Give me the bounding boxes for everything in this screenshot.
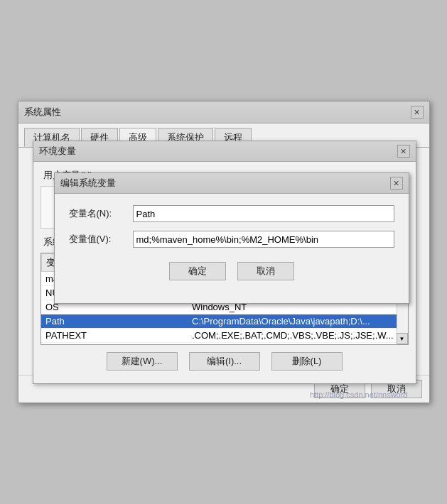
var-name-label: 变量名(N):	[69, 207, 133, 220]
main-window: 系统属性 ✕ 计算机名 硬件 高级 系统保护 远程 环境变量 ✕ 用户变量(U)…	[18, 101, 430, 403]
var-name: PATHEXT	[41, 329, 188, 343]
env-window-title: 环境变量	[39, 145, 76, 158]
var-name-row: 变量名(N):	[69, 205, 394, 222]
delete-var-button[interactable]: 删除(L)	[271, 352, 343, 371]
dialog-buttons: 确定 取消	[69, 256, 394, 292]
edit-dialog: 编辑系统变量 ✕ 变量名(N): 变量值(V): 确定 取消	[54, 172, 409, 304]
var-value-row: 变量值(V):	[69, 231, 394, 248]
env-close-button[interactable]: ✕	[397, 145, 410, 158]
main-title-bar: 系统属性 ✕	[18, 102, 429, 124]
table-row-selected[interactable]: Path C:\ProgramData\Oracle\Java\javapath…	[41, 314, 407, 329]
scroll-down-button[interactable]: ▼	[397, 333, 408, 344]
edit-var-button[interactable]: 编辑(I)...	[189, 352, 260, 371]
edit-content: 变量名(N): 变量值(V): 确定 取消	[55, 194, 409, 303]
dialog-ok-button[interactable]: 确定	[169, 262, 226, 280]
var-name: Path	[41, 314, 188, 329]
var-value: C:\ProgramData\Oracle\Java\javapath;D:\.…	[188, 314, 407, 329]
main-close-icon: ✕	[414, 108, 420, 117]
env-close-icon: ✕	[400, 147, 406, 156]
var-action-buttons: 新建(W)... 编辑(I)... 删除(L)	[41, 352, 409, 371]
new-var-button[interactable]: 新建(W)...	[107, 352, 178, 371]
edit-dialog-title: 编辑系统变量	[60, 177, 116, 190]
env-title-bar: 环境变量 ✕	[33, 141, 416, 162]
edit-close-button[interactable]: ✕	[390, 177, 403, 190]
var-value-label: 变量值(V):	[69, 233, 133, 246]
var-value: .COM;.EXE;.BAT;.CMD;.VBS;.VBE;.JS;.JSE;.…	[188, 329, 407, 343]
var-name-input[interactable]	[133, 205, 394, 222]
dialog-cancel-button[interactable]: 取消	[237, 262, 294, 280]
main-close-button[interactable]: ✕	[411, 106, 424, 119]
scroll-down-icon: ▼	[399, 336, 405, 342]
main-window-title: 系统属性	[24, 106, 61, 119]
watermark-text: http://blog.csdn.net/nnsword	[310, 390, 408, 399]
var-value-input[interactable]	[133, 231, 394, 248]
table-row[interactable]: PATHEXT .COM;.EXE;.BAT;.CMD;.VBS;.VBE;.J…	[41, 329, 407, 343]
edit-close-icon: ✕	[393, 179, 399, 188]
edit-title-bar: 编辑系统变量 ✕	[55, 173, 409, 194]
